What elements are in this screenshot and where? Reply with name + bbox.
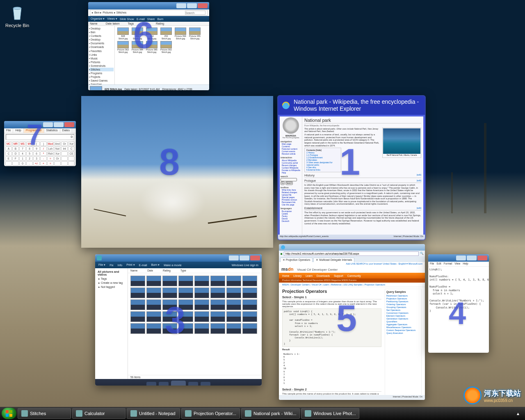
calc-key[interactable]: 6	[33, 151, 40, 156]
calc-key[interactable]	[68, 161, 75, 166]
msdn-nav[interactable]: HomeLibraryLearnDownloadsSupportCommunit…	[279, 273, 425, 278]
photo-gallery-window[interactable]: File ▾FixInfoPrint ▾E-mailBurn ▾Make a m…	[95, 254, 262, 386]
photo-thumbnail[interactable]	[242, 276, 257, 286]
explorer-titlebar[interactable]	[88, 2, 209, 9]
calc-key[interactable]: 1	[19, 156, 26, 161]
browser-tab[interactable]: ✕ Projection Operators	[280, 258, 313, 262]
calc-titlebar[interactable]	[4, 121, 76, 128]
folder-tree[interactable]: ▪ Desktop▪ Ben▪ Contacts▪ Desktop▪ Docum…	[88, 26, 115, 84]
calc-key[interactable]	[12, 161, 19, 166]
photo-thumbnail[interactable]	[146, 323, 161, 334]
toolbar-item[interactable]: E-mail	[139, 264, 147, 267]
msdn-address-bar[interactable]: ● 🔍	[279, 251, 425, 256]
calc-key[interactable]: MC	[5, 142, 12, 146]
wiki-go-button[interactable]: Go	[281, 181, 285, 185]
toolbar-item[interactable]: Make a movie	[164, 264, 182, 267]
photo-thumbnail[interactable]	[194, 311, 209, 322]
calc-key[interactable]: 7	[19, 146, 26, 151]
photo-thumbnail[interactable]	[178, 311, 193, 322]
photo-thumbnail[interactable]	[130, 288, 145, 298]
file-thumbnail[interactable]: Picture 063 Stitch.jpg	[116, 41, 130, 53]
file-thumbnail[interactable]: 252 Stitch.jpg	[160, 27, 173, 40]
msdn-topbar[interactable]: Add LIVE SEARCH to your browser! United …	[279, 262, 425, 265]
sidebar-link[interactable]: Grouping Operators	[386, 306, 420, 308]
calc-tab[interactable]: Help	[13, 128, 23, 133]
column-headers[interactable]: NameDate takenTagsSizeRating	[88, 22, 209, 26]
gallery-grid[interactable]	[128, 273, 262, 375]
tray-icon[interactable]: ▲	[516, 411, 520, 416]
notepad-titlebar[interactable]	[428, 254, 489, 262]
gallery-sidebar[interactable]: All pictures and videos ▸ Tags▸ Create a…	[95, 268, 128, 379]
calc-tabs[interactable]: FileHelpProgrammerStatisticsDates	[4, 128, 76, 133]
calc-key[interactable]: 4	[19, 151, 26, 156]
calc-key[interactable]: 3	[33, 156, 40, 161]
sidebar-item[interactable]: ▸ Not tagged	[98, 285, 125, 289]
tree-item[interactable]: ▪ Programs	[89, 71, 114, 75]
calc-key[interactable]: CE	[68, 151, 75, 156]
notepad-window[interactable]: FileEditFormatViewHelp Linq6(); NumsPlus…	[428, 254, 489, 353]
toolbar-item[interactable]: Organize ▾	[91, 17, 105, 21]
menu-item[interactable]: Help	[463, 262, 468, 266]
photo-thumbnail[interactable]	[146, 299, 161, 310]
sidebar-link[interactable]: Miscellaneous Operators	[386, 326, 420, 329]
menu-item[interactable]: File	[430, 262, 434, 266]
thumbnail-pane[interactable]: 828 Stitch.jpg882 Stitch.jpg154 Stitch.j…	[115, 26, 209, 84]
calc-key[interactable]	[61, 151, 68, 156]
tree-item[interactable]: ▪ Desktop	[89, 38, 114, 41]
calc-tab[interactable]: Statistics	[44, 128, 60, 133]
taskbar-button[interactable]: National park - Wiki...	[241, 408, 300, 419]
sidebar-link[interactable]: Element Operators	[386, 314, 420, 317]
wiki-link[interactable]: Cite this page	[281, 203, 301, 206]
sidebar-link[interactable]: Restriction Operators	[386, 294, 420, 297]
tree-item[interactable]: ▪ Desktop	[89, 27, 114, 30]
rotate-right-button[interactable]	[188, 382, 198, 386]
nav-item[interactable]: Home	[282, 274, 289, 277]
calc-key[interactable]: Mod	[47, 142, 54, 146]
photo-thumbnail[interactable]	[130, 311, 145, 322]
photo-thumbnail[interactable]	[242, 299, 257, 310]
calc-tab[interactable]: File	[4, 128, 13, 133]
calc-key[interactable]: Xor	[68, 142, 75, 146]
calc-key[interactable]: *	[40, 151, 47, 156]
toolbar-item[interactable]: Burn	[157, 18, 163, 21]
calc-key[interactable]: /	[40, 146, 47, 151]
recycle-bin[interactable]: Recycle Bin	[5, 5, 30, 28]
browser-tab[interactable]: ✕ Multicast Delegate Internals	[313, 258, 354, 262]
column-header[interactable]: Name	[130, 269, 137, 272]
photo-thumbnail[interactable]	[242, 323, 257, 334]
calc-key[interactable]: F	[12, 156, 19, 161]
toolbar-item[interactable]: Print ▾	[126, 263, 135, 267]
photo-thumbnail[interactable]	[178, 288, 193, 298]
calc-key[interactable]: D	[12, 151, 19, 156]
photo-thumbnail[interactable]	[162, 311, 177, 322]
photo-thumbnail[interactable]	[130, 276, 145, 286]
file-thumbnail[interactable]: 828 Stitch.jpg	[116, 27, 130, 40]
taskbar-button[interactable]: Projection Operator...	[181, 408, 240, 419]
sidebar-link[interactable]: Projection Operators	[386, 297, 420, 300]
wikipedia-logo[interactable]	[283, 117, 299, 134]
tree-item[interactable]: ▪ Links	[89, 53, 114, 57]
calc-key[interactable]: -	[40, 156, 47, 161]
wiki-search-button[interactable]: Search	[285, 181, 293, 185]
toolbar-item[interactable]: Share	[147, 18, 155, 21]
calculator-window[interactable]: FileHelpProgrammerStatisticsDates 0 MCMR…	[4, 121, 76, 166]
calc-key[interactable]: 8	[26, 146, 33, 151]
wiki-link[interactable]: Random article	[281, 153, 301, 155]
start-button[interactable]	[2, 408, 16, 419]
file-thumbnail[interactable]: Picture 084 Stitch.jpg	[131, 41, 144, 53]
calc-key[interactable]: E	[5, 156, 12, 161]
menu-item[interactable]: Format	[444, 262, 452, 266]
prev-button[interactable]	[146, 382, 156, 386]
calc-key[interactable]: MS	[19, 142, 26, 146]
photo-thumbnail[interactable]	[226, 276, 241, 286]
next-button[interactable]	[201, 382, 210, 386]
column-header[interactable]: Date	[147, 269, 153, 272]
calc-key[interactable]: Or	[54, 156, 61, 161]
calc-key[interactable]: Lsh	[47, 146, 54, 151]
photo-thumbnail[interactable]	[194, 288, 209, 298]
calc-key[interactable]: C	[5, 151, 12, 156]
calc-key[interactable]	[54, 161, 61, 166]
column-header[interactable]: Date taken	[106, 22, 120, 25]
sidebar-link[interactable]: Generation Operators	[386, 317, 420, 320]
toolbar-item[interactable]: Slide Show	[120, 18, 134, 21]
